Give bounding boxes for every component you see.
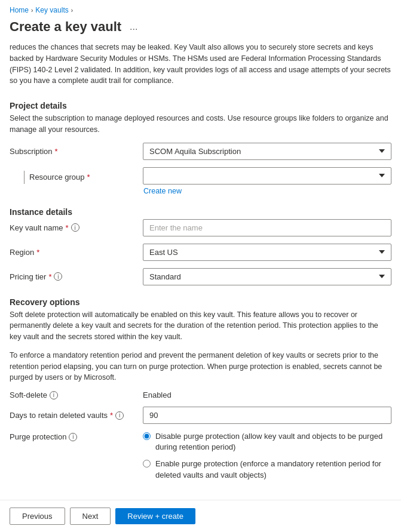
rg-label-indent: Resource group * bbox=[10, 171, 90, 184]
project-details-subtitle: Select the subscription to manage deploy… bbox=[10, 113, 391, 136]
purge-info-icon[interactable]: i bbox=[69, 433, 77, 441]
project-details-title: Project details bbox=[10, 101, 391, 110]
soft-delete-label: Soft-delete i bbox=[10, 390, 138, 399]
region-label: Region * bbox=[10, 248, 138, 257]
region-row: Region * East US bbox=[10, 244, 391, 261]
purge-enable-radio[interactable] bbox=[143, 460, 151, 468]
key-vault-name-field bbox=[143, 219, 391, 236]
breadcrumb-keyvaults[interactable]: Key vaults bbox=[35, 6, 68, 14]
subscription-row: Subscription * SCOM Aquila Subscription bbox=[10, 143, 391, 160]
description-text: reduces the chances that secrets may be … bbox=[10, 42, 391, 91]
create-new-link[interactable]: Create new bbox=[143, 187, 391, 195]
page-title: Create a key vault bbox=[10, 19, 121, 35]
resource-group-required: * bbox=[87, 173, 90, 182]
subscription-required: * bbox=[55, 147, 58, 156]
rg-label-col: Resource group * bbox=[10, 167, 138, 184]
subscription-field: SCOM Aquila Subscription bbox=[143, 143, 391, 160]
recovery-section: Recovery options Soft delete protection … bbox=[10, 297, 391, 481]
resource-group-dropdown[interactable] bbox=[143, 167, 391, 184]
key-vault-name-label: Key vault name * i bbox=[10, 223, 138, 232]
days-retain-field bbox=[143, 407, 391, 424]
project-details-section: Project details Select the subscription … bbox=[10, 101, 391, 195]
subscription-label: Subscription * bbox=[10, 147, 138, 156]
chevron-icon: › bbox=[31, 7, 33, 14]
pricing-tier-dropdown[interactable]: Standard bbox=[143, 268, 391, 285]
purge-disable-label: Disable purge protection (allow key vaul… bbox=[155, 431, 391, 453]
key-vault-required: * bbox=[66, 223, 69, 232]
recovery-text-1: Soft delete protection will automaticall… bbox=[10, 309, 391, 343]
resource-group-field bbox=[143, 167, 391, 184]
key-vault-info-icon[interactable]: i bbox=[71, 223, 79, 232]
purge-enable-label: Enable purge protection (enforce a manda… bbox=[155, 459, 391, 480]
days-required: * bbox=[110, 411, 113, 420]
key-vault-name-input[interactable] bbox=[143, 219, 391, 236]
instance-details-title: Instance details bbox=[10, 207, 391, 217]
pricing-tier-field: Standard bbox=[143, 268, 391, 285]
recovery-title: Recovery options bbox=[10, 297, 391, 307]
resource-group-row: Resource group * bbox=[10, 167, 391, 184]
previous-button[interactable]: Previous bbox=[10, 508, 65, 525]
purge-protection-row: Purge protection i Disable purge protect… bbox=[10, 431, 391, 481]
region-field: East US bbox=[143, 244, 391, 261]
instance-details-section: Instance details Key vault name * i Regi… bbox=[10, 207, 391, 285]
days-retain-row: Days to retain deleted vaults * i bbox=[10, 407, 391, 424]
review-create-button[interactable]: Review + create bbox=[115, 508, 195, 524]
days-info-icon[interactable]: i bbox=[115, 411, 124, 420]
purge-enable-option[interactable]: Enable purge protection (enforce a manda… bbox=[143, 459, 391, 480]
purge-radio-group: Disable purge protection (allow key vaul… bbox=[143, 431, 391, 481]
region-dropdown[interactable]: East US bbox=[143, 244, 391, 261]
footer-bar: Previous Next Review + create bbox=[0, 500, 401, 532]
resource-group-label: Resource group bbox=[29, 173, 85, 182]
soft-delete-info-icon[interactable]: i bbox=[50, 391, 58, 399]
rg-border-line bbox=[24, 171, 25, 184]
breadcrumb: Home › Key vaults › bbox=[0, 0, 401, 17]
recovery-text-2: To enforce a mandatory retention period … bbox=[10, 350, 391, 383]
key-vault-name-row: Key vault name * i bbox=[10, 219, 391, 236]
days-retain-input[interactable] bbox=[143, 407, 391, 424]
page-header: Create a key vault ... bbox=[0, 17, 401, 42]
soft-delete-row: Soft-delete i Enabled bbox=[10, 390, 391, 399]
purge-disable-radio[interactable] bbox=[143, 432, 151, 440]
purge-protection-label: Purge protection i bbox=[10, 431, 138, 441]
subscription-dropdown[interactable]: SCOM Aquila Subscription bbox=[143, 143, 391, 160]
purge-disable-option[interactable]: Disable purge protection (allow key vaul… bbox=[143, 431, 391, 453]
pricing-tier-label: Pricing tier * i bbox=[10, 272, 138, 281]
ellipsis-button[interactable]: ... bbox=[126, 20, 141, 33]
chevron-icon-2: › bbox=[71, 7, 73, 14]
region-required: * bbox=[36, 248, 39, 257]
soft-delete-value: Enabled bbox=[143, 390, 172, 399]
pricing-info-icon[interactable]: i bbox=[54, 272, 62, 281]
days-retain-label: Days to retain deleted vaults * i bbox=[10, 411, 138, 420]
pricing-required: * bbox=[48, 272, 51, 281]
breadcrumb-home[interactable]: Home bbox=[10, 6, 29, 14]
next-button[interactable]: Next bbox=[70, 508, 111, 525]
pricing-tier-row: Pricing tier * i Standard bbox=[10, 268, 391, 285]
